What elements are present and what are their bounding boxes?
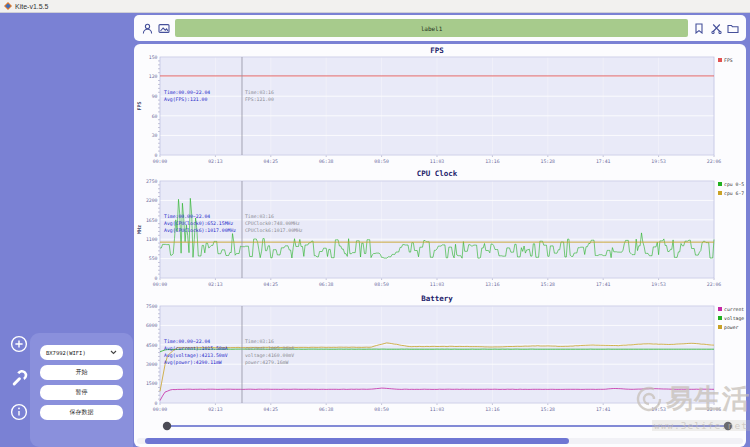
svg-text:FPS: FPS [430,46,444,55]
svg-text:15:28: 15:28 [541,159,556,164]
pause-button[interactable]: 暂停 [40,385,123,400]
svg-text:7500: 7500 [146,304,158,309]
svg-text:1100: 1100 [146,237,158,242]
wrench-icon[interactable] [9,368,29,388]
horizontal-scrollbar[interactable] [137,438,743,444]
svg-text:3000: 3000 [146,362,158,367]
svg-text:11:03: 11:03 [430,407,445,412]
svg-text:15:28: 15:28 [541,282,556,287]
svg-text:22:06: 22:06 [707,159,722,164]
svg-text:22:06: 22:06 [707,282,722,287]
svg-text:Time:03:16: Time:03:16 [245,339,274,344]
svg-text:17:41: 17:41 [596,282,611,287]
svg-text:19:53: 19:53 [651,159,666,164]
svg-text:120: 120 [149,74,158,79]
sidebar-strip [0,13,30,447]
fps-chart[interactable]: 00:0002:1304:2506:3808:5011:0313:1615:28… [134,44,746,165]
svg-text:current: current [724,307,744,312]
start-button[interactable]: 开始 [40,365,123,380]
chevron-down-icon [110,350,117,355]
save-data-button[interactable]: 保存数据 [40,405,123,420]
svg-text:15:28: 15:28 [541,407,556,412]
screenshot-icon[interactable] [158,22,170,34]
svg-text:00:00: 00:00 [153,159,168,164]
svg-text:CPUClock6:1017.00MHz: CPUClock6:1017.00MHz [245,228,303,233]
svg-text:11:03: 11:03 [430,282,445,287]
svg-text:Battery: Battery [421,294,453,303]
svg-text:04:25: 04:25 [264,407,279,412]
svg-text:02:13: 02:13 [208,282,223,287]
user-icon[interactable] [141,22,153,34]
control-panel: BX7992(WIFI) 开始 暂停 保存数据 [30,333,133,447]
app-icon [4,2,12,10]
svg-text:Time:03:16: Time:03:16 [245,90,274,95]
svg-text:08:50: 08:50 [374,159,389,164]
svg-text:CPU Clock: CPU Clock [417,169,458,178]
svg-text:30: 30 [152,133,158,138]
svg-text:FPS: FPS [724,58,733,63]
svg-text:06:38: 06:38 [319,159,334,164]
plus-icon[interactable] [9,334,29,354]
svg-text:current:1005.00mA: current:1005.00mA [245,346,294,351]
svg-text:04:25: 04:25 [264,159,279,164]
svg-text:1650: 1650 [146,218,158,223]
svg-text:2200: 2200 [146,198,158,203]
scrollbar-thumb[interactable] [145,438,569,444]
svg-text:00:00: 00:00 [153,407,168,412]
svg-text:19:53: 19:53 [651,407,666,412]
slider-handle-right[interactable] [724,422,732,430]
svg-text:Time:03:16: Time:03:16 [245,214,274,219]
device-select-value: BX7992(WIFI) [46,350,86,356]
svg-text:02:13: 02:13 [208,159,223,164]
svg-text:17:41: 17:41 [596,407,611,412]
svg-text:MHz: MHz [136,225,142,234]
save-icon[interactable] [693,22,705,34]
svg-text:150: 150 [149,55,158,60]
top-toolbar: label1 [134,15,746,41]
cpu-clock-chart[interactable]: 00:0002:1304:2506:3808:5011:0313:1615:28… [134,167,746,290]
svg-text:19:53: 19:53 [651,282,666,287]
svg-text:CPUClock0:748.00MHz: CPUClock0:748.00MHz [245,221,300,226]
battery-chart[interactable]: 00:0002:1304:2506:3808:5011:0313:1615:28… [134,292,746,415]
label-field[interactable]: label1 [175,19,688,37]
svg-text:02:13: 02:13 [208,407,223,412]
svg-text:08:50: 08:50 [374,407,389,412]
cpu-clock-chart-container: 00:0002:1304:2506:3808:5011:0313:1615:28… [134,167,746,294]
fps-chart-container: 00:0002:1304:2506:3808:5011:0313:1615:28… [134,44,746,169]
device-select[interactable]: BX7992(WIFI) [40,345,123,360]
svg-text:power: power [724,325,739,330]
svg-text:power:4279.16mW: power:4279.16mW [245,360,288,365]
battery-chart-container: 00:0002:1304:2506:3808:5011:0313:1615:28… [134,292,746,419]
info-icon[interactable] [9,402,29,422]
svg-text:08:50: 08:50 [374,282,389,287]
svg-text:1500: 1500 [146,381,158,386]
svg-text:13:16: 13:16 [485,282,500,287]
svg-text:11:03: 11:03 [430,159,445,164]
svg-text:2750: 2750 [146,179,158,184]
time-range-slider[interactable] [134,418,746,438]
svg-text:voltage: voltage [724,316,744,322]
svg-text:17:41: 17:41 [596,159,611,164]
svg-text:22:06: 22:06 [707,407,722,412]
cut-icon[interactable] [710,22,722,34]
folder-icon[interactable] [727,22,739,34]
app-window: { "window": { "title": "Kite-v1.5.5" }, … [0,0,750,447]
charts-panel: 00:0002:1304:2506:3808:5011:0313:1615:28… [134,44,746,447]
svg-text:6000: 6000 [146,323,158,328]
svg-text:cpu 6-7: cpu 6-7 [724,191,744,196]
svg-text:cpu 0-5: cpu 0-5 [724,182,744,187]
svg-text:00:00: 00:00 [153,282,168,287]
slider-handle-left[interactable] [163,422,171,430]
svg-text:90: 90 [152,94,158,99]
window-title: Kite-v1.5.5 [15,3,48,10]
svg-text:13:16: 13:16 [485,159,500,164]
svg-text:FPS:121.00: FPS:121.00 [245,97,274,102]
svg-text:06:38: 06:38 [319,282,334,287]
svg-text:550: 550 [149,256,158,261]
svg-text:0: 0 [155,276,158,281]
svg-text:13:16: 13:16 [485,407,500,412]
svg-text:Time:00.00~22.04: Time:00.00~22.04 [164,339,210,344]
svg-text:0: 0 [155,401,158,406]
svg-text:04:25: 04:25 [264,282,279,287]
svg-text:Time:00.00~22.04: Time:00.00~22.04 [164,214,210,219]
